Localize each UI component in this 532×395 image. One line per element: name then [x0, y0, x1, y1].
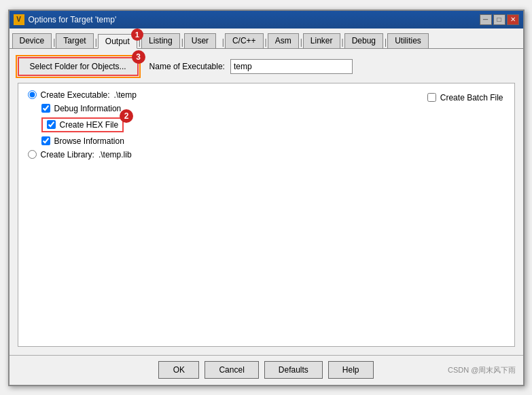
- ok-button[interactable]: OK: [158, 361, 199, 379]
- bottom-bar: OK Cancel Defaults CSDN @周末风下雨 Help: [10, 355, 523, 385]
- create-hex-row: Create HEX File 2: [28, 117, 505, 132]
- create-library-radio[interactable]: [28, 150, 37, 159]
- browse-info-row: Browse Information: [28, 136, 505, 146]
- create-hex-label: Create HEX File: [60, 120, 119, 130]
- title-bar: V Options for Target 'temp' ─ □ ✕: [10, 11, 523, 29]
- create-library-row: Create Library: .\temp.lib: [28, 150, 505, 159]
- create-exec-radio[interactable]: [28, 90, 37, 99]
- create-exec-label: Create Executable:: [41, 90, 110, 100]
- tab-asm[interactable]: Asm: [268, 33, 299, 48]
- tab-target[interactable]: Target: [56, 33, 93, 48]
- window-title: Options for Target 'temp': [29, 15, 117, 24]
- help-button[interactable]: Help: [328, 361, 374, 379]
- debug-info-checkbox[interactable]: [41, 104, 50, 113]
- close-button[interactable]: ✕: [507, 14, 519, 25]
- app-icon: V: [14, 14, 24, 25]
- create-batch-checkbox[interactable]: [427, 93, 436, 102]
- create-batch-label: Create Batch File: [440, 93, 503, 102]
- cancel-button[interactable]: Cancel: [205, 361, 258, 379]
- debug-info-row: Debug Information: [28, 104, 505, 113]
- create-library-value: .\temp.lib: [99, 150, 132, 159]
- create-hex-checkbox[interactable]: [47, 120, 56, 129]
- tab-utilities[interactable]: Utilities: [387, 33, 429, 48]
- create-batch-area: Create Batch File: [427, 93, 503, 102]
- main-window: V Options for Target 'temp' ─ □ ✕ Device…: [8, 10, 525, 386]
- defaults-button[interactable]: Defaults: [264, 361, 323, 379]
- minimize-button[interactable]: ─: [480, 14, 492, 25]
- select-folder-button[interactable]: Select Folder for Objects...: [18, 57, 139, 76]
- tab-user[interactable]: User: [184, 33, 216, 48]
- tab-device[interactable]: Device: [12, 33, 52, 48]
- create-library-label: Create Library:: [41, 150, 94, 159]
- tab-bar: Device | Target | Output 1 | Listing | U…: [10, 29, 523, 49]
- debug-info-label: Debug Information: [54, 104, 122, 113]
- tab-linker[interactable]: Linker: [303, 33, 340, 48]
- hex-badge-2: 2: [120, 109, 133, 123]
- top-row: Select Folder for Objects... 3 Name of E…: [18, 57, 515, 76]
- content-area: Select Folder for Objects... 3 Name of E…: [10, 49, 523, 355]
- watermark: CSDN @周末风下雨: [448, 365, 516, 375]
- tab-debug[interactable]: Debug: [344, 33, 383, 48]
- title-bar-left: V Options for Target 'temp': [14, 14, 117, 25]
- tab-cpp[interactable]: C/C++: [225, 33, 264, 48]
- btn-badge-3: 3: [132, 50, 145, 64]
- create-exec-value: .\temp: [114, 90, 137, 100]
- options-box: Create Batch File Create Executable: .\t…: [18, 83, 515, 347]
- browse-info-checkbox[interactable]: [41, 136, 50, 145]
- tab-listing[interactable]: Listing: [141, 33, 180, 48]
- name-exec-input[interactable]: [230, 59, 353, 74]
- select-folder-wrapper: Select Folder for Objects... 3: [18, 57, 139, 76]
- hex-badge-wrapper: Create HEX File 2: [41, 117, 124, 132]
- title-bar-buttons: ─ □ ✕: [480, 14, 519, 25]
- maximize-button[interactable]: □: [493, 14, 506, 25]
- tab-badge-1: 1: [131, 29, 143, 41]
- browse-info-label: Browse Information: [54, 136, 124, 146]
- name-exec-label: Name of Executable:: [149, 62, 225, 71]
- name-executable-group: Name of Executable:: [149, 59, 353, 74]
